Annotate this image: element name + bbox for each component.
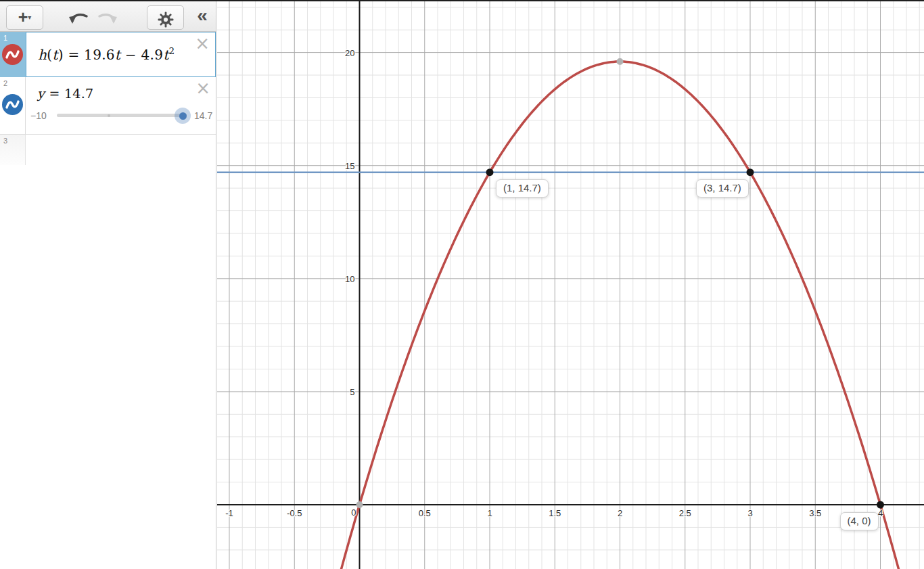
close-expression-2-icon[interactable]: × [195, 79, 210, 97]
plus-icon: + [18, 7, 28, 26]
gear-icon [158, 12, 174, 28]
expression-2-cell[interactable]: y = 14.7 × −10 14.7 [26, 77, 216, 134]
expression-3-number: 3 [3, 137, 7, 145]
slider-handle[interactable] [175, 108, 191, 124]
redo-icon[interactable] [95, 9, 118, 28]
graphing-calculator-app: +▾ [0, 0, 924, 569]
undo-icon[interactable] [68, 9, 91, 28]
add-expression-button[interactable]: +▾ [6, 5, 43, 30]
expression-row-1[interactable]: 1 h(t) = 19.6t − 4.9t2 × [0, 32, 216, 77]
graph-point[interactable] [747, 168, 754, 176]
slider-value-label: 14.7 [194, 110, 212, 121]
graph-point[interactable] [486, 168, 494, 176]
expression-1-gutter: 1 [0, 32, 26, 77]
collapse-sidebar-button[interactable]: « [191, 3, 214, 28]
slider-zero-tick [108, 114, 110, 117]
graph-point[interactable] [877, 501, 884, 509]
graph-point[interactable] [356, 501, 363, 508]
slider-track[interactable] [57, 114, 187, 117]
expression-2-number: 2 [3, 79, 7, 87]
expression-3-cell[interactable] [26, 135, 216, 165]
graph-point[interactable] [617, 58, 624, 65]
expression-1-number: 1 [3, 34, 7, 42]
expression-3-gutter: 3 [0, 135, 26, 165]
settings-button[interactable] [147, 5, 184, 30]
graph-canvas[interactable]: -1-0.50.511.522.533.5451015200(1, 14.7)(… [217, 1, 924, 569]
expression-2-equation: y = 14.7 [37, 86, 93, 101]
caret-down-icon: ▾ [28, 14, 31, 21]
expression-row-3[interactable]: 3 [0, 135, 216, 165]
expression-1-equation: h(t) = 19.6t − 4.9t2 [38, 46, 175, 63]
slider-handle-dot [179, 112, 187, 120]
graph-plot[interactable] [217, 1, 924, 569]
expression-1-cell[interactable]: h(t) = 19.6t − 4.9t2 × [26, 32, 216, 77]
sidebar-toolbar: +▾ [0, 1, 216, 32]
curve-color-icon-red[interactable] [2, 44, 23, 65]
expression-sidebar: +▾ [0, 1, 216, 569]
expression-2-gutter: 2 [0, 77, 26, 134]
close-expression-1-icon[interactable]: × [195, 35, 210, 52]
slider-min-label[interactable]: −10 [30, 110, 47, 121]
expression-row-2[interactable]: 2 y = 14.7 × −10 14.7 [0, 77, 216, 135]
curve-color-icon-blue[interactable] [2, 94, 23, 115]
